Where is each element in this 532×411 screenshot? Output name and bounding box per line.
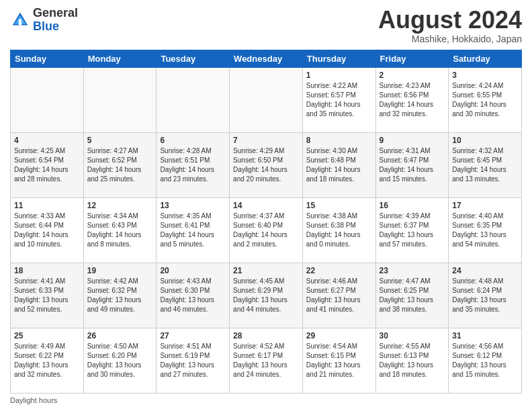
day-number: 7	[233, 136, 299, 145]
calendar-cell: 29Sunrise: 4:54 AM Sunset: 6:15 PM Dayli…	[302, 328, 375, 393]
day-number: 29	[306, 331, 372, 340]
calendar-cell: 11Sunrise: 4:33 AM Sunset: 6:44 PM Dayli…	[11, 197, 84, 263]
day-info: Sunrise: 4:32 AM Sunset: 6:45 PM Dayligh…	[452, 146, 518, 184]
calendar-cell: 17Sunrise: 4:40 AM Sunset: 6:35 PM Dayli…	[449, 197, 522, 263]
day-number: 26	[87, 331, 153, 340]
calendar-cell: 8Sunrise: 4:30 AM Sunset: 6:48 PM Daylig…	[302, 132, 375, 197]
calendar-cell: 20Sunrise: 4:43 AM Sunset: 6:30 PM Dayli…	[157, 263, 230, 328]
calendar-cell: 6Sunrise: 4:28 AM Sunset: 6:51 PM Daylig…	[157, 132, 230, 197]
logo-icon	[10, 10, 30, 30]
calendar-cell: 24Sunrise: 4:48 AM Sunset: 6:24 PM Dayli…	[449, 263, 522, 328]
day-info: Sunrise: 4:47 AM Sunset: 6:25 PM Dayligh…	[380, 277, 445, 314]
day-info: Sunrise: 4:38 AM Sunset: 6:38 PM Dayligh…	[306, 212, 372, 249]
calendar-cell: 15Sunrise: 4:38 AM Sunset: 6:38 PM Dayli…	[302, 197, 375, 263]
logo-general: General	[33, 6, 78, 19]
day-info: Sunrise: 4:35 AM Sunset: 6:41 PM Dayligh…	[160, 212, 226, 249]
day-header-tuesday: Tuesday	[157, 50, 230, 67]
calendar-cell: 30Sunrise: 4:55 AM Sunset: 6:13 PM Dayli…	[375, 328, 449, 393]
day-info: Sunrise: 4:48 AM Sunset: 6:24 PM Dayligh…	[452, 277, 518, 314]
day-header-friday: Friday	[375, 50, 449, 67]
day-number: 4	[14, 136, 80, 145]
logo-text: General Blue	[33, 7, 78, 34]
calendar-week-row: 1Sunrise: 4:22 AM Sunset: 6:57 PM Daylig…	[11, 67, 522, 132]
day-number: 1	[306, 71, 372, 80]
day-number: 11	[14, 201, 80, 210]
calendar-cell: 12Sunrise: 4:34 AM Sunset: 6:43 PM Dayli…	[83, 197, 157, 263]
calendar-cell: 23Sunrise: 4:47 AM Sunset: 6:25 PM Dayli…	[375, 263, 449, 328]
day-info: Sunrise: 4:52 AM Sunset: 6:17 PM Dayligh…	[233, 342, 299, 379]
page: General Blue August 2024 Mashike, Hokkai…	[0, 0, 532, 411]
calendar-cell	[83, 67, 157, 132]
day-number: 31	[452, 331, 518, 340]
day-info: Sunrise: 4:56 AM Sunset: 6:12 PM Dayligh…	[452, 342, 518, 379]
day-number: 21	[233, 266, 299, 275]
day-header-sunday: Sunday	[11, 50, 84, 67]
calendar-week-row: 4Sunrise: 4:25 AM Sunset: 6:54 PM Daylig…	[11, 132, 522, 197]
day-number: 25	[14, 331, 80, 340]
day-number: 2	[380, 71, 445, 80]
location: Mashike, Hokkaido, Japan	[378, 34, 522, 44]
day-info: Sunrise: 4:37 AM Sunset: 6:40 PM Dayligh…	[233, 212, 299, 249]
day-header-thursday: Thursday	[302, 50, 375, 67]
day-info: Sunrise: 4:25 AM Sunset: 6:54 PM Dayligh…	[14, 146, 80, 184]
calendar-cell	[11, 67, 84, 132]
logo-blue: Blue	[33, 19, 59, 33]
calendar-cell: 19Sunrise: 4:42 AM Sunset: 6:32 PM Dayli…	[83, 263, 157, 328]
month-title: August 2024	[378, 7, 522, 34]
calendar-cell: 27Sunrise: 4:51 AM Sunset: 6:19 PM Dayli…	[157, 328, 230, 393]
day-number: 27	[160, 331, 226, 340]
svg-rect-2	[19, 19, 22, 25]
day-info: Sunrise: 4:33 AM Sunset: 6:44 PM Dayligh…	[14, 212, 80, 249]
calendar-cell: 2Sunrise: 4:23 AM Sunset: 6:56 PM Daylig…	[375, 67, 449, 132]
calendar-cell: 31Sunrise: 4:56 AM Sunset: 6:12 PM Dayli…	[449, 328, 522, 393]
calendar-week-row: 18Sunrise: 4:41 AM Sunset: 6:33 PM Dayli…	[11, 263, 522, 328]
calendar-cell: 22Sunrise: 4:46 AM Sunset: 6:27 PM Dayli…	[302, 263, 375, 328]
day-info: Sunrise: 4:23 AM Sunset: 6:56 PM Dayligh…	[380, 81, 445, 119]
calendar-cell: 28Sunrise: 4:52 AM Sunset: 6:17 PM Dayli…	[230, 328, 303, 393]
day-info: Sunrise: 4:34 AM Sunset: 6:43 PM Dayligh…	[87, 212, 153, 249]
calendar-cell	[230, 67, 303, 132]
calendar-cell: 26Sunrise: 4:50 AM Sunset: 6:20 PM Dayli…	[83, 328, 157, 393]
logo: General Blue	[10, 7, 78, 34]
day-info: Sunrise: 4:30 AM Sunset: 6:48 PM Dayligh…	[306, 146, 372, 184]
day-number: 22	[306, 266, 372, 275]
day-number: 13	[160, 201, 226, 210]
calendar-cell: 10Sunrise: 4:32 AM Sunset: 6:45 PM Dayli…	[449, 132, 522, 197]
day-header-saturday: Saturday	[449, 50, 522, 67]
calendar-week-row: 25Sunrise: 4:49 AM Sunset: 6:22 PM Dayli…	[11, 328, 522, 393]
day-header-wednesday: Wednesday	[230, 50, 303, 67]
footer-note: Daylight hours	[10, 396, 522, 404]
day-info: Sunrise: 4:45 AM Sunset: 6:29 PM Dayligh…	[233, 277, 299, 314]
day-number: 15	[306, 201, 372, 210]
day-header-monday: Monday	[83, 50, 157, 67]
calendar-cell: 25Sunrise: 4:49 AM Sunset: 6:22 PM Dayli…	[11, 328, 84, 393]
calendar-cell: 14Sunrise: 4:37 AM Sunset: 6:40 PM Dayli…	[230, 197, 303, 263]
day-number: 10	[452, 136, 518, 145]
day-info: Sunrise: 4:24 AM Sunset: 6:55 PM Dayligh…	[452, 81, 518, 119]
day-number: 16	[380, 201, 445, 210]
calendar-cell: 18Sunrise: 4:41 AM Sunset: 6:33 PM Dayli…	[11, 263, 84, 328]
day-info: Sunrise: 4:41 AM Sunset: 6:33 PM Dayligh…	[14, 277, 80, 314]
calendar-cell	[157, 67, 230, 132]
day-number: 19	[87, 266, 153, 275]
day-number: 23	[380, 266, 445, 275]
day-info: Sunrise: 4:29 AM Sunset: 6:50 PM Dayligh…	[233, 146, 299, 184]
day-info: Sunrise: 4:51 AM Sunset: 6:19 PM Dayligh…	[160, 342, 226, 379]
day-number: 17	[452, 201, 518, 210]
day-number: 3	[452, 71, 518, 80]
calendar-header-row: SundayMondayTuesdayWednesdayThursdayFrid…	[11, 50, 522, 67]
day-number: 30	[380, 331, 445, 340]
day-info: Sunrise: 4:40 AM Sunset: 6:35 PM Dayligh…	[452, 212, 518, 249]
day-info: Sunrise: 4:46 AM Sunset: 6:27 PM Dayligh…	[306, 277, 372, 314]
day-number: 18	[14, 266, 80, 275]
day-number: 9	[380, 136, 445, 145]
day-number: 6	[160, 136, 226, 145]
day-info: Sunrise: 4:55 AM Sunset: 6:13 PM Dayligh…	[380, 342, 445, 379]
calendar-cell: 1Sunrise: 4:22 AM Sunset: 6:57 PM Daylig…	[302, 67, 375, 132]
calendar-cell: 9Sunrise: 4:31 AM Sunset: 6:47 PM Daylig…	[375, 132, 449, 197]
day-info: Sunrise: 4:49 AM Sunset: 6:22 PM Dayligh…	[14, 342, 80, 379]
calendar-week-row: 11Sunrise: 4:33 AM Sunset: 6:44 PM Dayli…	[11, 197, 522, 263]
day-number: 8	[306, 136, 372, 145]
title-block: August 2024 Mashike, Hokkaido, Japan	[378, 7, 522, 44]
day-info: Sunrise: 4:54 AM Sunset: 6:15 PM Dayligh…	[306, 342, 372, 379]
